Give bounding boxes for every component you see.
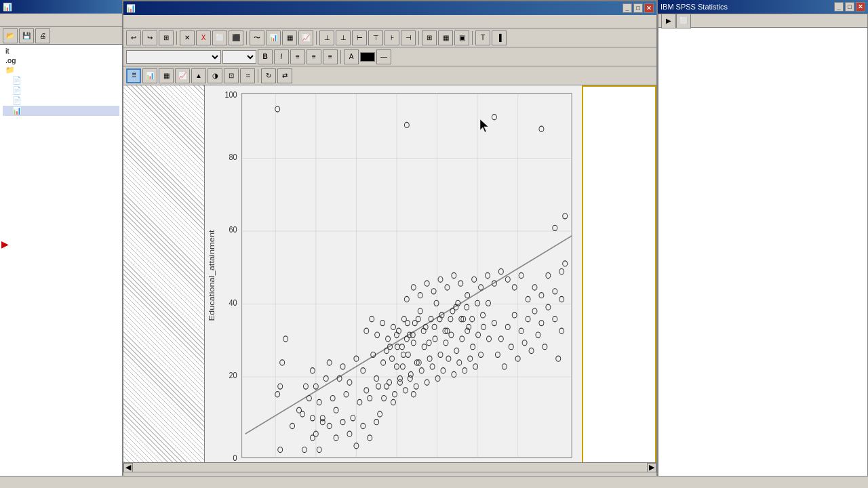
chart-editor-icon: 📊 xyxy=(126,4,136,13)
output-menu-data[interactable] xyxy=(35,19,43,22)
toolbar-3: ⠿ 📊 ▦ 📈 ▲ ◑ ⊡ ⠶ ↻ ⇄ xyxy=(123,66,656,85)
output-toolbar: 📂 💾 🖨 xyxy=(0,27,122,45)
anchor2-btn[interactable]: ⊥ xyxy=(336,30,351,45)
redo-btn[interactable]: ↪ xyxy=(142,30,157,45)
bar3-btn[interactable]: ▐ xyxy=(492,30,507,45)
sep3 xyxy=(316,31,317,45)
nav-item-it[interactable]: it xyxy=(3,46,119,56)
anchor-btn[interactable]: ⊥ xyxy=(319,30,334,45)
maximize-button[interactable]: □ xyxy=(633,3,643,13)
svg-rect-0 xyxy=(242,94,572,458)
toolbar-1: ↩ ↪ ⊞ ✕ X ⬜ ⬛ 〜 📊 ▦ 📈 ⊥ ⊥ ⊢ ⊤ ⊦ ⊣ ⊞ ▦ ▣ … xyxy=(123,28,656,47)
align-center-btn[interactable]: ≡ xyxy=(307,49,321,64)
svg-text:80: 80 xyxy=(229,152,237,162)
scroll-left-btn[interactable]: ◀ xyxy=(123,463,133,472)
font-color-btn[interactable]: A xyxy=(344,49,359,64)
bar-chart2-btn[interactable]: ▦ xyxy=(159,68,174,83)
spss-maximize-btn[interactable]: □ xyxy=(845,2,854,12)
bar-btn[interactable]: 📊 xyxy=(266,30,281,45)
open-btn[interactable]: 📂 xyxy=(3,28,18,43)
nav-item-title[interactable]: 📄 xyxy=(3,75,119,85)
bold-btn[interactable]: B xyxy=(258,49,273,64)
output-menu-edit[interactable] xyxy=(14,19,22,22)
spss-right-btn2[interactable]: ⬜ xyxy=(676,14,691,28)
line-btn[interactable]: 📈 xyxy=(298,30,313,45)
nav-item-scatter[interactable]: 📊 xyxy=(3,106,119,116)
spss-right-toolbar: ▶ ⬜ xyxy=(658,14,867,28)
svg-text:0: 0 xyxy=(233,453,237,463)
horizontal-scrollbar[interactable]: ◀ ▶ xyxy=(123,462,656,472)
spss-right-btn1[interactable]: ▶ xyxy=(661,14,676,28)
rotate-btn[interactable]: ↻ xyxy=(261,68,276,83)
spss-right-content: ▶ ⬜ xyxy=(658,14,868,488)
grid-btn[interactable]: ⊞ xyxy=(159,30,174,45)
svg-text:60: 60 xyxy=(229,225,237,235)
chart-legend-panel xyxy=(582,85,656,488)
line-style-btn[interactable]: — xyxy=(376,49,391,64)
menu-file[interactable] xyxy=(126,20,134,23)
output-menubar xyxy=(0,14,122,27)
sep7 xyxy=(258,69,258,83)
svg-text:40: 40 xyxy=(229,298,237,308)
line-chart-btn[interactable]: 📈 xyxy=(175,68,190,83)
menu-help[interactable] xyxy=(167,20,175,23)
table-btn[interactable]: ⊞ xyxy=(422,30,437,45)
pie-chart-btn[interactable]: ◑ xyxy=(208,68,222,83)
close-button[interactable]: ✕ xyxy=(644,3,654,13)
nav-item-notes[interactable]: 📄 xyxy=(3,85,119,96)
titlebar-buttons: _ □ ✕ xyxy=(623,3,654,13)
spss-close-btn[interactable]: ✕ xyxy=(856,2,865,12)
align-right-btn[interactable]: ≡ xyxy=(323,49,338,64)
scatter-type-btn[interactable]: ⠿ xyxy=(126,68,141,83)
bar-chart-btn[interactable]: 📊 xyxy=(142,68,157,83)
fill-color-btn[interactable] xyxy=(360,52,375,62)
italic-btn[interactable]: I xyxy=(274,49,289,64)
svg-text:Educational_attainment: Educational_attainment xyxy=(208,230,216,321)
spss-right-panel: IBM SPSS Statistics _ □ ✕ ▶ ⬜ xyxy=(658,0,868,488)
menu-options[interactable] xyxy=(151,20,159,23)
chart-editor-menubar xyxy=(123,15,656,28)
sep6 xyxy=(340,50,341,64)
output-menu-file[interactable] xyxy=(3,19,11,22)
scatter-plot-svg: 0 20 40 60 80 100 20 30 40 50 60 70 80 S… xyxy=(205,85,582,488)
table3-btn[interactable]: ▣ xyxy=(454,30,469,45)
chart-content-area: 0 20 40 60 80 100 20 30 40 50 60 70 80 S… xyxy=(123,85,656,488)
box2-btn[interactable]: ⬛ xyxy=(229,30,243,45)
anchor5-btn[interactable]: ⊦ xyxy=(384,30,399,45)
chart-plot-area[interactable]: 0 20 40 60 80 100 20 30 40 50 60 70 80 S… xyxy=(205,85,582,488)
chart-editor-titlebar: 📊 _ □ ✕ xyxy=(123,1,656,15)
scroll-right-btn[interactable]: ▶ xyxy=(647,463,656,472)
area-chart-btn[interactable]: ▲ xyxy=(191,68,206,83)
xbar-btn[interactable]: X xyxy=(196,30,211,45)
box-chart-btn[interactable]: ⊡ xyxy=(224,68,239,83)
anchor4-btn[interactable]: ⊤ xyxy=(368,30,383,45)
anchor3-btn[interactable]: ⊢ xyxy=(352,30,367,45)
left-hatched-panel xyxy=(123,85,205,488)
font-size-select[interactable] xyxy=(222,50,256,64)
dot-chart-btn[interactable]: ⠶ xyxy=(240,68,255,83)
menu-edit[interactable] xyxy=(134,20,142,23)
anchor6-btn[interactable]: ⊣ xyxy=(401,30,416,45)
sep5 xyxy=(472,31,473,45)
bar2-btn[interactable]: ▦ xyxy=(282,30,297,45)
box-btn[interactable]: ⬜ xyxy=(212,30,227,45)
flip-btn[interactable]: ⇄ xyxy=(277,68,292,83)
print-btn[interactable]: 🖨 xyxy=(35,28,50,43)
font-select[interactable] xyxy=(126,50,221,64)
text-btn[interactable]: T xyxy=(475,30,490,45)
nav-item-log[interactable]: .og xyxy=(3,56,119,65)
minimize-button[interactable]: _ xyxy=(623,3,632,13)
spss-minimize-btn[interactable]: _ xyxy=(834,2,844,12)
menu-elements[interactable] xyxy=(159,20,167,23)
table2-btn[interactable]: ▦ xyxy=(438,30,453,45)
cut-btn[interactable]: ✕ xyxy=(180,30,195,45)
undo-btn[interactable]: ↩ xyxy=(126,30,141,45)
nav-item-graph[interactable]: 📁 xyxy=(3,65,119,75)
output-menu-view[interactable] xyxy=(24,19,33,22)
nav-item-active[interactable]: 📄 xyxy=(3,96,119,106)
save-btn[interactable]: 💾 xyxy=(19,28,34,43)
menu-view[interactable] xyxy=(142,20,151,23)
curve-btn[interactable]: 〜 xyxy=(250,30,264,45)
global-statusbar xyxy=(0,476,868,488)
align-left-btn[interactable]: ≡ xyxy=(290,49,305,64)
